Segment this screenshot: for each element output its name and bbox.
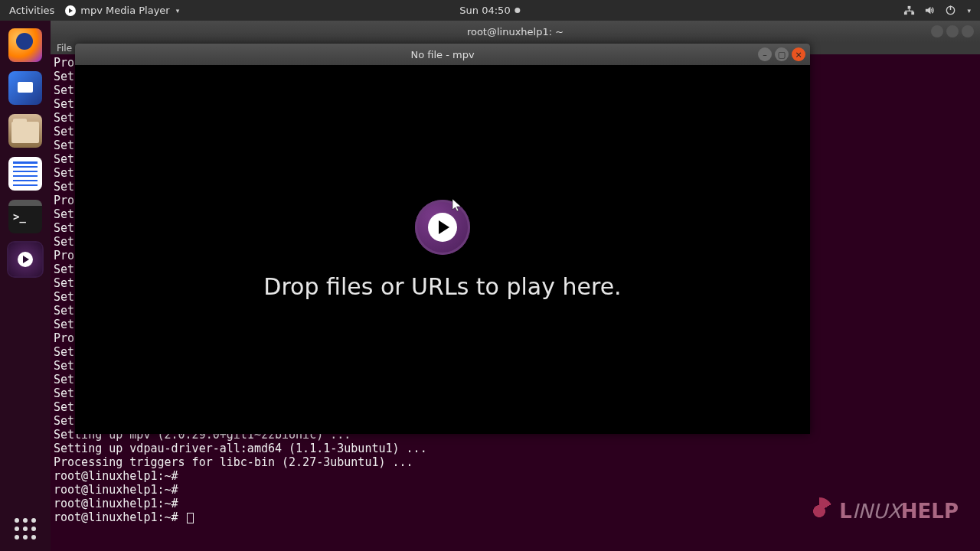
libreoffice-writer-launcher[interactable] xyxy=(8,157,42,191)
chevron-down-icon: ▾ xyxy=(967,7,971,15)
volume-icon xyxy=(924,5,936,16)
svg-rect-0 xyxy=(904,11,907,15)
terminal-prompt: root@linuxhelp1:~# xyxy=(54,469,977,483)
system-status-area[interactable]: ▾ xyxy=(903,5,980,16)
svg-rect-2 xyxy=(908,6,911,9)
mpv-window-controls: – ▢ × xyxy=(758,47,805,61)
mpv-drop-area[interactable]: Drop files or URLs to play here. xyxy=(75,65,810,434)
mpv-window: No file - mpv – ▢ × Drop files or URLs t… xyxy=(75,44,810,434)
play-icon xyxy=(18,252,33,267)
terminal-cursor xyxy=(187,513,194,523)
app-menu[interactable]: mpv Media Player ▾ xyxy=(65,5,179,16)
terminal-window-controls xyxy=(931,25,974,37)
linuxhelp-logo-icon xyxy=(805,497,833,525)
terminal-title: root@linuxhelp1: ~ xyxy=(467,26,564,37)
linuxhelp-watermark: LINUXHELP xyxy=(805,497,959,525)
svg-rect-1 xyxy=(912,11,915,15)
app-menu-label: mpv Media Player xyxy=(80,5,169,16)
terminal-maximize-button[interactable] xyxy=(946,25,959,37)
power-icon xyxy=(945,5,956,16)
clock[interactable]: Sun 04:50 xyxy=(459,5,520,16)
chevron-down-icon: ▾ xyxy=(176,7,180,15)
activities-button[interactable]: Activities xyxy=(9,5,54,16)
mpv-maximize-button[interactable]: ▢ xyxy=(775,47,789,61)
mpv-titlebar[interactable]: No file - mpv – ▢ × xyxy=(75,44,810,65)
network-icon xyxy=(903,5,915,16)
terminal-close-button[interactable] xyxy=(962,25,974,37)
ubuntu-dock xyxy=(0,21,51,551)
mpv-minimize-button[interactable]: – xyxy=(758,47,772,61)
files-launcher[interactable] xyxy=(8,114,42,148)
terminal-line: Setting up vdpau-driver-all:amd64 (1.1.1… xyxy=(54,442,977,455)
play-icon xyxy=(428,213,457,242)
firefox-launcher[interactable] xyxy=(8,28,42,62)
terminal-line: Processing triggers for libc-bin (2.27-3… xyxy=(54,455,977,469)
terminal-minimize-button[interactable] xyxy=(931,25,943,37)
gnome-top-bar: Activities mpv Media Player ▾ Sun 04:50 … xyxy=(0,0,980,21)
thunderbird-launcher[interactable] xyxy=(8,71,42,105)
mpv-icon xyxy=(65,5,76,16)
mpv-window-title: No file - mpv xyxy=(410,49,474,60)
terminal-titlebar[interactable]: root@linuxhelp1: ~ xyxy=(51,21,980,42)
mpv-drop-text: Drop files or URLs to play here. xyxy=(263,273,621,300)
svg-rect-4 xyxy=(950,5,952,10)
mpv-close-button[interactable]: × xyxy=(792,47,805,61)
terminal-launcher[interactable] xyxy=(8,200,42,233)
mpv-launcher[interactable] xyxy=(8,243,42,276)
terminal-prompt: root@linuxhelp1:~# xyxy=(54,483,977,497)
clock-label: Sun 04:50 xyxy=(459,5,510,16)
mouse-cursor-icon xyxy=(452,199,462,216)
recording-indicator-icon xyxy=(515,8,521,13)
show-applications-button[interactable] xyxy=(14,517,37,540)
